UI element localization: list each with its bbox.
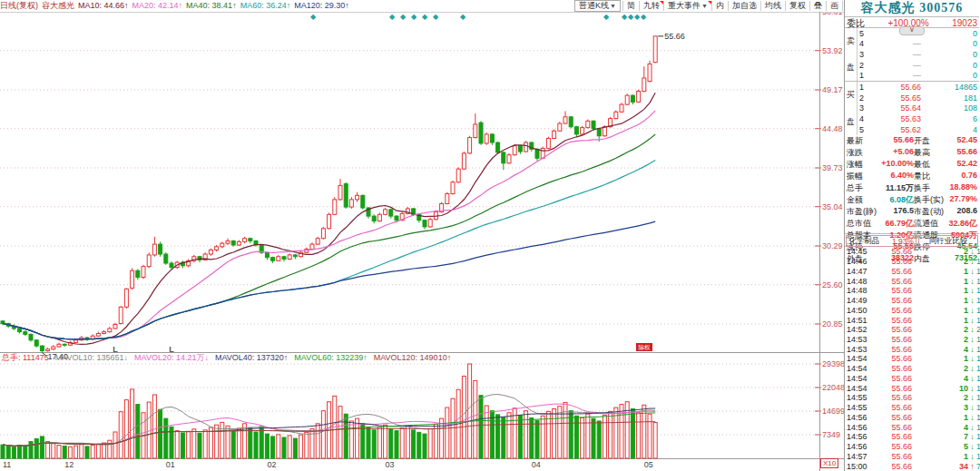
volume-bar — [434, 425, 437, 458]
quote-value: 0.76 — [961, 171, 977, 182]
volume-bar — [316, 424, 319, 458]
candle — [462, 153, 466, 169]
toolbar-item-1[interactable]: 简 — [622, 1, 639, 11]
volume-bar — [305, 432, 309, 458]
candlestick-chart[interactable]: 58.6153.9249.1744.4839.7335.0430.2925.60… — [0, 0, 844, 471]
toolbar-item-label: 内 — [716, 1, 724, 10]
volume-bar — [507, 413, 511, 458]
volume-bar — [181, 433, 184, 458]
volume-axis-label: 29398 — [822, 359, 844, 368]
quote-row: 总手11.15万换手18.88% — [847, 182, 977, 194]
tick-price: 55.66 — [874, 277, 912, 286]
candle — [74, 340, 78, 343]
arrow-down-icon: ↓ — [968, 403, 976, 412]
tick-count-clipped: 2 — [976, 325, 980, 334]
toolbar-item-4[interactable]: 内 — [711, 1, 728, 11]
tick-volume: 2 — [912, 393, 968, 402]
sector-box[interactable]: 化学制品 1.93% — [846, 235, 916, 247]
quote-cell: 涨跌+5.06 — [847, 147, 914, 159]
quote-value: 66.79亿 — [885, 218, 914, 230]
volume-bar — [260, 427, 263, 458]
tick-count-clipped: 1 — [976, 442, 980, 451]
sell-level-4[interactable]: 4—0 — [858, 39, 979, 50]
buy-level-2[interactable]: 255.65181 — [858, 93, 979, 103]
candle — [553, 131, 556, 138]
toolbar-item-3[interactable]: 重大事件▼ — [663, 1, 711, 11]
ma120-line — [3, 221, 655, 339]
tick-volume: 2 — [912, 325, 968, 334]
sell-price: — — [868, 39, 921, 48]
buy-price: 55.66 — [868, 83, 921, 92]
quote-cell: 换手(实)27.79% — [914, 194, 977, 206]
candle — [428, 220, 432, 227]
arrow-up-icon: ↑ — [968, 462, 976, 471]
buy-volume: 14865 — [921, 83, 977, 92]
volume-bar — [349, 421, 353, 458]
arrow-down-icon: ↓ — [968, 393, 976, 402]
price-axis-label: 30.29 — [822, 241, 843, 250]
tick-volume: 1 — [912, 316, 968, 325]
toolbar-item-label: 均线 — [765, 1, 781, 10]
volume-indicator: MAVOL120: 149010↑ — [374, 353, 451, 362]
sector-name: 化学制品 — [848, 236, 879, 247]
volume-bar — [485, 406, 488, 458]
tick-list[interactable]: 14:4555.662↓114:4655.662↓114:4755.661↓11… — [845, 247, 980, 471]
volume-bar — [395, 431, 398, 458]
toolbar-item-9[interactable]: 画 — [826, 1, 842, 11]
candle — [46, 349, 50, 351]
tick-row: 14:5755.661↓1 — [845, 451, 980, 461]
candle — [147, 255, 151, 267]
candle — [564, 117, 567, 123]
tick-row: 14:5555.662↓1 — [845, 393, 980, 403]
toolbar-item-8[interactable]: 叠 — [809, 1, 826, 11]
collapse-queue-button[interactable]: ∨ — [899, 26, 925, 35]
sell-level-3[interactable]: 3—0 — [858, 49, 979, 60]
arrow-down-icon: ↓ — [968, 423, 976, 432]
quote-value: +5.06 — [893, 147, 914, 159]
quote-label: 流通值 — [914, 218, 938, 230]
toolbar-item-0[interactable]: 普通K线▼ — [574, 0, 621, 12]
sell-level-2[interactable]: 2—0 — [858, 60, 979, 71]
tick-volume: 5 — [912, 442, 968, 451]
candle — [265, 252, 269, 257]
tick-row: 14:5555.663↓1 — [845, 403, 980, 413]
volume-bar — [34, 438, 38, 458]
tick-price: 55.66 — [874, 452, 912, 461]
quote-panel: 容大感光 300576 委比 +100.00% 19023 卖盘 5—04—03… — [844, 0, 980, 471]
tick-row: 14:5655.664↓1 — [845, 422, 980, 432]
volume-bar — [400, 428, 404, 458]
buy-level-3[interactable]: 355.64108 — [858, 103, 979, 114]
volume-bar — [524, 411, 528, 458]
toolbar-item-6[interactable]: 均线 — [760, 1, 785, 11]
toolbar-item-7[interactable]: 复权 — [785, 1, 809, 11]
volume-indicator: MAVOL10: 135651↓ — [55, 353, 128, 362]
arrow-down-icon: ↓ — [968, 345, 976, 354]
volume-indicator: MAVOL20: 14.21万↓ — [134, 353, 209, 362]
toolbar-item-2[interactable]: 九转 — [639, 1, 663, 11]
buy-level-4[interactable]: 455.636 — [858, 113, 979, 124]
period-label[interactable]: 日线(复权) — [0, 1, 38, 10]
toolbar-item-5[interactable]: 加自选 — [728, 1, 760, 11]
buy-level-1[interactable]: 155.6614865 — [858, 82, 979, 93]
toolbar-item-label: 画 — [830, 1, 838, 10]
industry-compare-button[interactable]: 同行业比较 — [918, 235, 978, 247]
candle — [40, 346, 44, 350]
candle — [124, 289, 128, 307]
sell-queue: 卖盘 5—04—03—02—01—0 ∨ — [845, 28, 979, 82]
signal-diamond-icon: ◆ — [628, 13, 634, 21]
volume-bar — [564, 402, 567, 458]
volume-bar — [187, 431, 191, 458]
sell-level-1[interactable]: 1—0 — [858, 70, 979, 81]
tick-time: 14:55 — [847, 393, 874, 402]
volume-bar — [6, 446, 10, 458]
tick-time: 14:50 — [847, 306, 874, 315]
volume-indicator: MAVOL40: 137320↑ — [215, 353, 288, 362]
quote-row: 涨幅+10.00%最低52.42 — [847, 159, 977, 171]
volume-bar — [653, 423, 657, 458]
chevron-down-icon: ▼ — [701, 3, 708, 9]
tick-price: 55.66 — [874, 335, 912, 344]
ma-indicator: MA40: 38.41↑ — [186, 1, 237, 10]
volume-bar — [152, 395, 156, 458]
buy-level-5[interactable]: 555.624 — [858, 124, 979, 135]
tick-count-clipped: 1 — [976, 247, 980, 256]
